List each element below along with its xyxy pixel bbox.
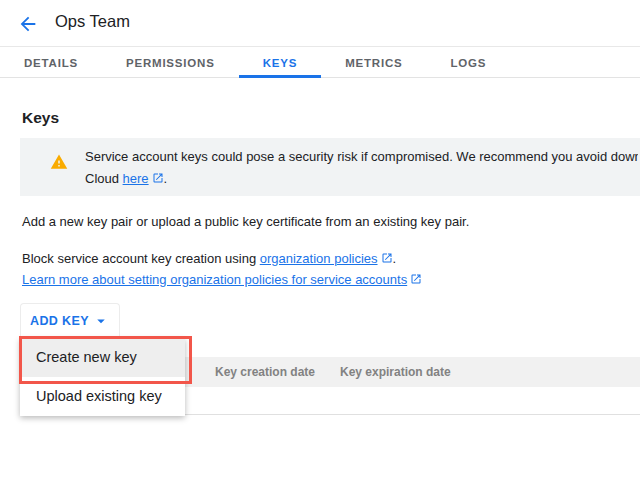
tab-keys-label: KEYS xyxy=(263,57,298,69)
warning-line2-prefix: Cloud xyxy=(85,171,123,186)
service-account-keys-page: Ops Team DETAILS PERMISSIONS KEYS METRIC… xyxy=(0,0,640,480)
block-policy-line: Block service account key creation using… xyxy=(22,251,396,266)
tab-metrics[interactable]: METRICS xyxy=(321,48,426,77)
add-key-label: ADD KEY xyxy=(30,314,89,328)
tab-permissions[interactable]: PERMISSIONS xyxy=(102,48,239,77)
tab-details[interactable]: DETAILS xyxy=(0,48,102,77)
dropdown-arrow-icon xyxy=(92,312,110,330)
tab-metrics-label: METRICS xyxy=(345,57,402,69)
section-heading: Keys xyxy=(22,109,59,127)
add-key-dropdown-menu: Create new key Upload existing key xyxy=(20,338,185,416)
warning-line2-suffix: . xyxy=(164,171,168,186)
here-link[interactable]: here xyxy=(123,171,149,186)
external-link-icon xyxy=(381,252,393,264)
column-header-key-expiration-date: Key expiration date xyxy=(340,357,451,387)
tab-permissions-label: PERMISSIONS xyxy=(126,57,215,69)
intro-text: Add a new key pair or upload a public ke… xyxy=(22,214,469,229)
column-header-key-creation-date: Key creation date xyxy=(215,357,315,387)
warning-text: Service account keys could pose a securi… xyxy=(85,146,638,189)
active-tab-underline xyxy=(239,75,322,78)
tab-logs[interactable]: LOGS xyxy=(427,48,511,77)
menu-item-upload-existing-key[interactable]: Upload existing key xyxy=(20,377,185,416)
tab-logs-label: LOGS xyxy=(451,57,487,69)
add-key-button[interactable]: ADD KEY xyxy=(20,303,120,338)
block-policy-suffix: . xyxy=(393,251,397,266)
back-arrow-icon[interactable] xyxy=(17,13,39,35)
warning-line-2: Cloud here. xyxy=(85,168,638,190)
external-link-icon xyxy=(152,169,164,181)
learn-more-link[interactable]: Learn more about setting organization po… xyxy=(22,272,407,287)
tab-keys[interactable]: KEYS xyxy=(239,48,322,77)
tab-details-label: DETAILS xyxy=(24,57,78,69)
warning-icon xyxy=(50,153,68,171)
menu-item-label: Create new key xyxy=(36,349,137,365)
warning-banner: Service account keys could pose a securi… xyxy=(20,138,640,196)
tab-bar: DETAILS PERMISSIONS KEYS METRICS LOGS xyxy=(0,48,640,78)
organization-policies-link[interactable]: organization policies xyxy=(260,251,378,266)
block-policy-prefix: Block service account key creation using xyxy=(22,251,260,266)
page-title: Ops Team xyxy=(55,12,130,31)
learn-more-line: Learn more about setting organization po… xyxy=(22,272,422,287)
external-link-icon xyxy=(410,273,422,285)
menu-item-label: Upload existing key xyxy=(36,388,162,404)
warning-line-1: Service account keys could pose a securi… xyxy=(85,146,638,168)
app-bar: Ops Team xyxy=(0,0,640,47)
menu-item-create-new-key[interactable]: Create new key xyxy=(20,338,185,377)
